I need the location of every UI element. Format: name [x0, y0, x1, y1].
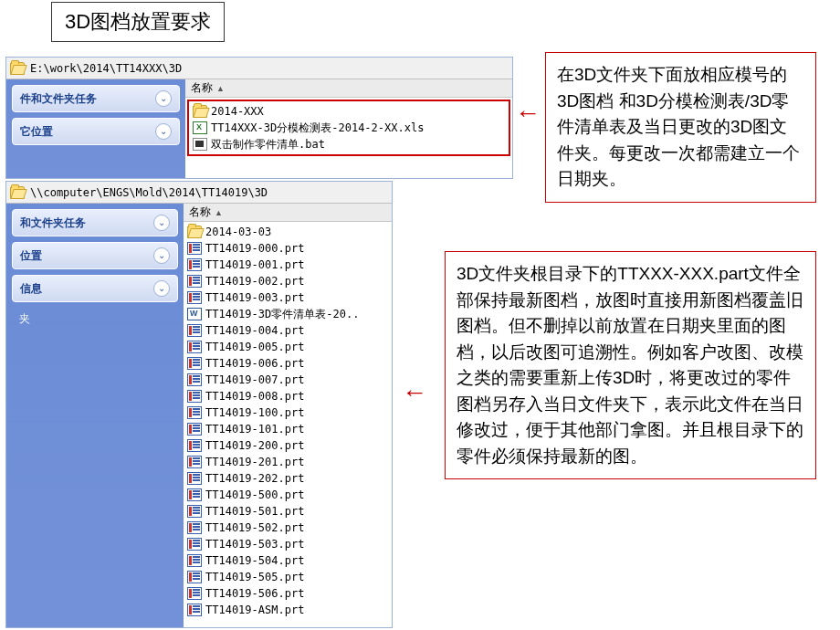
file-icon — [187, 505, 202, 518]
file-name: TT14019-007.prt — [205, 373, 304, 386]
folder-icon — [187, 226, 202, 238]
file-name: TT14019-100.prt — [205, 406, 304, 419]
file-row[interactable]: 2014-XXX — [189, 103, 509, 120]
file-icon — [193, 121, 207, 134]
file-row[interactable]: TT14019-504.prt — [184, 552, 392, 569]
task-panel-files[interactable]: 和文件夹任务 ⌄ — [12, 209, 178, 236]
explorer-window-1: E:\work\2014\TT14XXX\3D 件和文件夹任务 ⌄ 它位置 ⌄ … — [5, 57, 513, 179]
task-label: 件和文件夹任务 — [20, 91, 97, 107]
file-row[interactable]: 2014-03-03 — [184, 224, 392, 240]
chevron-down-icon[interactable]: ⌄ — [153, 280, 170, 297]
file-name: 2014-XXX — [211, 105, 264, 118]
file-name: TT14019-101.prt — [205, 423, 304, 436]
file-icon — [187, 406, 202, 419]
file-row[interactable]: TT14019-003.prt — [184, 289, 392, 306]
task-panel-places[interactable]: 位置 ⌄ — [12, 242, 178, 269]
file-name: TT14019-006.prt — [205, 357, 304, 370]
file-name: TT14019-503.prt — [205, 538, 304, 551]
file-row[interactable]: TT14019-202.prt — [184, 470, 392, 487]
folder-icon — [193, 105, 207, 118]
file-icon — [187, 521, 202, 534]
task-panel-places[interactable]: 它位置 ⌄ — [12, 118, 180, 145]
chevron-down-icon[interactable]: ⌄ — [153, 247, 170, 264]
explorer-window-2: \\computer\ENGS\Mold\2014\TT14019\3D 和文件… — [5, 181, 393, 628]
file-icon — [187, 439, 202, 452]
file-icon — [187, 554, 202, 567]
file-name: TT14019-502.prt — [205, 521, 304, 534]
address-text: E:\work\2014\TT14XXX\3D — [30, 62, 182, 75]
file-icon — [193, 138, 207, 151]
file-icon — [187, 604, 202, 616]
file-row[interactable]: TT14019-500.prt — [184, 487, 392, 503]
file-name: TT14019-200.prt — [205, 439, 304, 452]
column-label: 名称 — [191, 80, 213, 96]
file-row[interactable]: TT14019-006.prt — [184, 355, 392, 372]
folder-open-icon — [10, 62, 25, 75]
address-bar[interactable]: E:\work\2014\TT14XXX\3D — [6, 58, 512, 79]
file-name: TT14019-004.prt — [205, 324, 304, 337]
file-icon — [187, 258, 202, 271]
file-icon — [187, 308, 202, 320]
chevron-down-icon[interactable]: ⌄ — [155, 90, 172, 107]
file-row[interactable]: TT14019-000.prt — [184, 240, 392, 257]
file-name: 2014-03-03 — [205, 226, 271, 238]
file-name: 双击制作零件清单.bat — [211, 137, 325, 152]
annotation-2: 3D文件夹根目录下的TTXXX-XXX.part文件全部保持最新图档，放图时直接… — [445, 251, 816, 479]
file-row[interactable]: TT14019-004.prt — [184, 322, 392, 339]
file-row[interactable]: TT14019-503.prt — [184, 536, 392, 552]
file-row[interactable]: TT14019-002.prt — [184, 273, 392, 289]
file-name: TT14019-002.prt — [205, 275, 304, 288]
file-icon — [187, 341, 202, 353]
file-row[interactable]: TT14019-001.prt — [184, 257, 392, 273]
task-panel-info[interactable]: 信息 ⌄ — [12, 275, 178, 302]
file-row[interactable]: TT14019-505.prt — [184, 569, 392, 585]
file-row[interactable]: TT14019-ASM.prt — [184, 602, 392, 618]
file-row[interactable]: TT14019-200.prt — [184, 437, 392, 454]
column-header-name[interactable]: 名称 ▲ — [184, 204, 392, 222]
address-bar[interactable]: \\computer\ENGS\Mold\2014\TT14019\3D — [6, 182, 392, 204]
sort-asc-icon: ▲ — [216, 84, 225, 93]
file-row[interactable]: TT14019-501.prt — [184, 503, 392, 520]
file-name: TT14XXX-3D分模检测表-2014-2-XX.xls — [211, 121, 424, 136]
file-name: TT14019-201.prt — [205, 456, 304, 468]
file-name: TT14019-505.prt — [205, 571, 304, 583]
file-row[interactable]: TT14019-502.prt — [184, 520, 392, 536]
sidebar: 件和文件夹任务 ⌄ 它位置 ⌄ — [6, 79, 185, 178]
file-row[interactable]: TT14019-005.prt — [184, 339, 392, 355]
task-label: 它位置 — [20, 124, 53, 140]
file-row[interactable]: TT14019-007.prt — [184, 372, 392, 388]
file-row[interactable]: TT14XXX-3D分模检测表-2014-2-XX.xls — [189, 120, 509, 136]
arrow-left-icon: ← — [515, 99, 541, 128]
file-row[interactable]: 双击制作零件清单.bat — [189, 136, 509, 152]
file-icon — [187, 488, 202, 501]
sort-asc-icon: ▲ — [215, 208, 223, 217]
file-row[interactable]: TT14019-3D零件清单表-20.. — [184, 306, 392, 322]
address-text: \\computer\ENGS\Mold\2014\TT14019\3D — [30, 186, 268, 199]
file-list: 名称 ▲ 2014-XXXTT14XXX-3D分模检测表-2014-2-XX.x… — [185, 79, 512, 178]
file-row[interactable]: TT14019-506.prt — [184, 585, 392, 602]
file-name: TT14019-506.prt — [205, 587, 304, 600]
file-row[interactable]: TT14019-100.prt — [184, 404, 392, 421]
file-name: TT14019-ASM.prt — [205, 604, 304, 616]
file-icon — [187, 373, 202, 386]
arrow-left-icon: ← — [402, 378, 427, 407]
file-name: TT14019-500.prt — [205, 488, 304, 501]
task-panel-files[interactable]: 件和文件夹任务 ⌄ — [12, 85, 180, 112]
task-label: 位置 — [20, 248, 42, 264]
sidebar: 和文件夹任务 ⌄ 位置 ⌄ 信息 ⌄ 夹 — [6, 204, 184, 627]
file-icon — [187, 472, 202, 485]
file-name: TT14019-504.prt — [205, 554, 304, 567]
chevron-down-icon[interactable]: ⌄ — [155, 123, 172, 140]
page-title: 3D图档放置要求 — [51, 2, 225, 42]
file-icon — [187, 456, 202, 468]
file-icon — [187, 390, 202, 403]
file-row[interactable]: TT14019-201.prt — [184, 454, 392, 470]
file-list-body: 2014-03-03TT14019-000.prtTT14019-001.prt… — [184, 222, 392, 620]
file-row[interactable]: TT14019-101.prt — [184, 421, 392, 437]
file-row[interactable]: TT14019-008.prt — [184, 388, 392, 404]
file-name: TT14019-003.prt — [205, 291, 304, 304]
folder-open-icon — [10, 186, 25, 199]
chevron-down-icon[interactable]: ⌄ — [153, 215, 170, 231]
file-icon — [187, 275, 202, 288]
column-header-name[interactable]: 名称 ▲ — [185, 79, 512, 98]
